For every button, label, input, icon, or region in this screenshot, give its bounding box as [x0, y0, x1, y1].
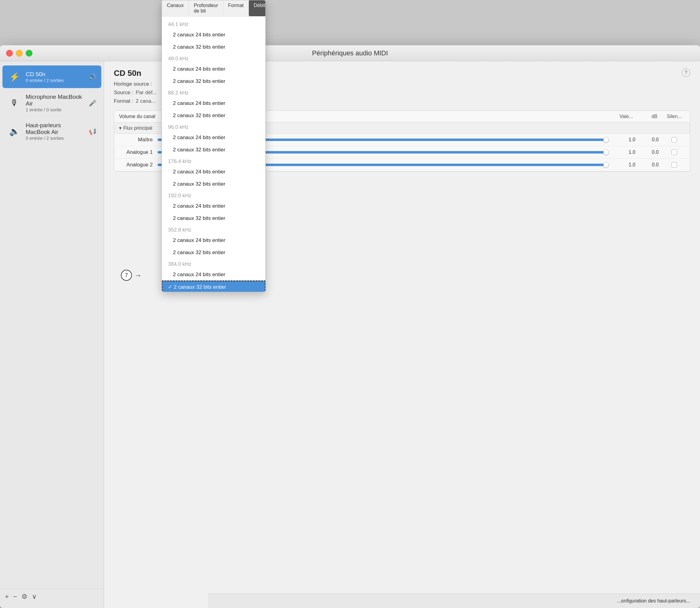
format-item[interactable]: 2 canaux 24 bits entier [162, 234, 265, 247]
close-button[interactable] [6, 50, 13, 57]
format-item[interactable]: 2 canaux 24 bits entier [162, 97, 265, 110]
channel-mute-analogue2 [664, 162, 685, 168]
source-label: Source : [114, 90, 133, 96]
device-name-mic: Microphone MacBook Air [26, 94, 85, 107]
freq-header: 384.0 kHz [162, 259, 265, 268]
device-channels-speakers: 0 entrée / 2 sorties [26, 135, 85, 141]
volume-icon-cd50n: 🔊 [89, 73, 96, 80]
dropdown-tabs: Canaux Profondeur de bit Format Débit [162, 0, 265, 17]
freq-header: 44.1 kHz [162, 19, 265, 29]
format-item[interactable]: 2 canaux 32 bits entier [162, 178, 265, 190]
format-label: Format : [114, 98, 133, 104]
speaker-config-button[interactable]: ...onfiguration des haut-parleurs... [617, 598, 690, 604]
format-item[interactable]: 2 canaux 24 bits entier [162, 268, 265, 281]
remove-device-button[interactable]: − [13, 593, 17, 601]
device-channels-mic: 1 entrée / 0 sortie [26, 107, 85, 112]
main-window: Périphériques audio MIDI ⚡ CD 50n 0 entr… [0, 45, 700, 608]
freq-header: 88.2 kHz [162, 88, 265, 97]
annotation-7: 7 → [121, 270, 142, 281]
format-item[interactable]: 2 canaux 24 bits entier [162, 63, 265, 75]
dropdown-list: 44.1 kHz2 canaux 24 bits entier2 canaux … [162, 17, 265, 292]
tab-format[interactable]: Format [223, 0, 249, 16]
sidebar-item-mic[interactable]: 🎙 Microphone MacBook Air 1 entrée / 0 so… [2, 89, 101, 116]
col-mute-header: Silen... [664, 114, 685, 119]
settings-button[interactable]: ⚙ [21, 593, 27, 601]
mic-input-icon: 🎤 [89, 99, 96, 107]
mute-checkbox-analogue2[interactable] [671, 162, 677, 168]
freq-header: 96.0 kHz [162, 122, 265, 132]
sidebar-bottom: + − ⚙ ∨ [0, 589, 104, 604]
speaker-out-icon: 📢 [89, 128, 96, 135]
device-info-speakers: Haut-parleurs MacBook Air 0 entrée / 2 s… [26, 122, 85, 141]
bottom-bar: ...onfiguration des haut-parleurs... [208, 594, 700, 608]
tab-profondeur[interactable]: Profondeur de bit [189, 0, 223, 16]
format-item[interactable]: 2 canaux 32 bits entier [162, 144, 265, 156]
mute-checkbox-analogue1[interactable] [671, 150, 677, 155]
maximize-button[interactable] [26, 50, 33, 57]
format-item[interactable]: 2 canaux 32 bits entier [162, 247, 265, 259]
channel-db-analogue2: 0.0 [640, 162, 659, 168]
mute-checkbox-maitre[interactable] [671, 137, 677, 142]
slider-thumb-analogue1 [603, 150, 609, 155]
device-name-speakers: Haut-parleurs MacBook Air [26, 122, 85, 135]
format-dropdown: Canaux Profondeur de bit Format Débit 44… [162, 0, 266, 292]
slider-thumb-analogue2 [603, 162, 609, 168]
format-item[interactable]: 2 canaux 32 bits entier [162, 41, 265, 53]
sidebar-item-cd50n[interactable]: ⚡ CD 50n 0 entrée / 2 sorties 🔊 [2, 65, 101, 88]
window-body: ⚡ CD 50n 0 entrée / 2 sorties 🔊 🎙 Microp… [0, 61, 700, 608]
format-item[interactable]: 2 canaux 32 bits entier [162, 212, 265, 225]
add-device-button[interactable]: + [5, 593, 9, 601]
channel-value-analogue2: 1.0 [611, 162, 635, 168]
channel-value-analogue1: 1.0 [611, 150, 635, 155]
more-button[interactable]: ∨ [32, 593, 37, 601]
tab-format-label: Format [228, 3, 244, 8]
device-channels-cd50n: 0 entrée / 2 sorties [26, 78, 85, 83]
format-item[interactable]: 2 canaux 24 bits entier [162, 29, 265, 41]
channel-mute-analogue1 [664, 150, 685, 155]
channel-db-maitre: 0.0 [640, 137, 659, 142]
format-value: 2 cana... [135, 98, 155, 104]
freq-header: 192.0 kHz [162, 190, 265, 200]
format-item[interactable]: 2 canaux 32 bits entier [162, 75, 265, 88]
speaker-icon: 🔈 [7, 125, 21, 138]
channel-name-analogue2: Analogue 2 [119, 162, 153, 168]
channel-value-maitre: 1.0 [611, 137, 635, 142]
format-item[interactable]: 2 canaux 24 bits entier [162, 200, 265, 212]
tab-canaux[interactable]: Canaux [162, 0, 189, 16]
slider-thumb-maitre [603, 137, 609, 142]
format-item[interactable]: 2 canaux 24 bits entier [162, 166, 265, 178]
tab-debit-label: Débit [254, 3, 265, 8]
device-info-mic: Microphone MacBook Air 1 entrée / 0 sort… [26, 94, 85, 112]
annotation-number: 7 [121, 270, 132, 281]
tab-debit[interactable]: Débit [249, 0, 266, 16]
traffic-lights [6, 50, 33, 57]
format-item[interactable]: 2 canaux 32 bits entier [162, 110, 265, 122]
mic-icon: 🎙 [7, 96, 21, 110]
horloge-label: Horloge source : [114, 81, 152, 87]
titlebar: Périphériques audio MIDI [0, 45, 700, 61]
device-info-cd50n: CD 50n 0 entrée / 2 sorties [26, 71, 85, 83]
minimize-button[interactable] [16, 50, 23, 57]
channel-name-maitre: Maître [119, 137, 153, 143]
chevron-down-icon: ▾ [119, 125, 122, 131]
source-value: Par déf... [135, 90, 157, 96]
channel-name-analogue1: Analogue 1 [119, 149, 153, 155]
freq-header: 176.4 kHz [162, 156, 265, 166]
usb-icon: ⚡ [7, 70, 21, 84]
sidebar: ⚡ CD 50n 0 entrée / 2 sorties 🔊 🎙 Microp… [0, 61, 104, 608]
format-item[interactable]: ✓ 2 canaux 32 bits entier [162, 281, 265, 292]
freq-header: 48.0 kHz [162, 53, 265, 63]
sidebar-item-speakers[interactable]: 🔈 Haut-parleurs MacBook Air 0 entrée / 2… [2, 118, 101, 145]
device-name-cd50n: CD 50n [26, 71, 85, 78]
tab-profondeur-label: Profondeur de bit [194, 3, 218, 14]
help-button[interactable]: ? [682, 69, 690, 77]
arrow-icon: → [134, 271, 142, 280]
col-value-header: Vale... [608, 114, 633, 119]
channel-mute-maitre [664, 137, 685, 142]
flux-label: Flux principal [123, 126, 152, 131]
format-item[interactable]: 2 canaux 24 bits entier [162, 132, 265, 144]
channel-db-analogue1: 0.0 [640, 150, 659, 155]
tab-canaux-label: Canaux [167, 3, 184, 8]
freq-header: 352.8 kHz [162, 225, 265, 234]
col-db-header: dB [639, 114, 658, 119]
